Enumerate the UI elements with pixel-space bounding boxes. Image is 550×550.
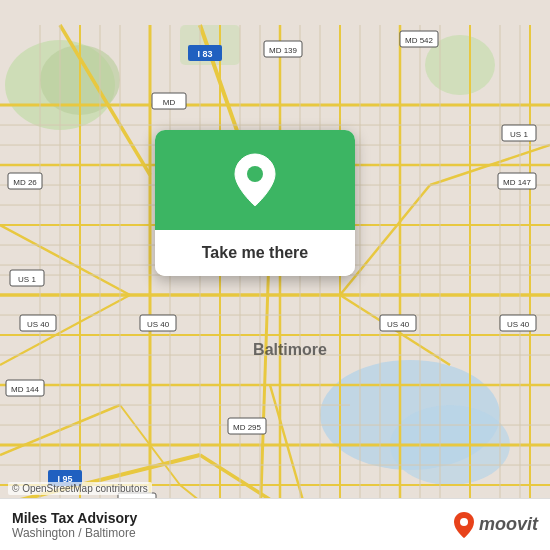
moovit-pin-icon: [453, 511, 475, 539]
svg-text:US 1: US 1: [18, 275, 36, 284]
svg-text:MD 147: MD 147: [503, 178, 532, 187]
svg-text:Baltimore: Baltimore: [253, 341, 327, 358]
svg-text:US 40: US 40: [387, 320, 410, 329]
bottom-bar: Miles Tax Advisory Washington / Baltimor…: [0, 498, 550, 550]
button-label: Take me there: [202, 244, 308, 261]
svg-text:MD 26: MD 26: [13, 178, 37, 187]
svg-text:I 83: I 83: [197, 49, 212, 59]
svg-text:US 40: US 40: [507, 320, 530, 329]
svg-text:MD 144: MD 144: [11, 385, 40, 394]
popup-card: Take me there: [155, 130, 355, 276]
location-info: Miles Tax Advisory Washington / Baltimor…: [12, 510, 453, 540]
svg-text:MD: MD: [163, 98, 176, 107]
map-container: I 83 MD 139 MD 542 MD 26 MD 147 US 1 US …: [0, 0, 550, 550]
credit-text: © OpenStreetMap contributors: [12, 483, 148, 494]
svg-text:MD 542: MD 542: [405, 36, 434, 45]
svg-text:MD 139: MD 139: [269, 46, 298, 55]
location-name: Miles Tax Advisory: [12, 510, 453, 526]
popup-header: [155, 130, 355, 230]
svg-point-101: [460, 518, 468, 526]
location-region: Washington / Baltimore: [12, 526, 453, 540]
svg-text:US 40: US 40: [147, 320, 170, 329]
svg-text:US 40: US 40: [27, 320, 50, 329]
moovit-logo: moovit: [453, 511, 538, 539]
svg-text:MD 295: MD 295: [233, 423, 262, 432]
take-me-there-button[interactable]: Take me there: [155, 230, 355, 276]
svg-point-100: [247, 166, 263, 182]
moovit-text: moovit: [479, 514, 538, 535]
location-pin-icon: [231, 152, 279, 208]
svg-text:US 1: US 1: [510, 130, 528, 139]
osm-credit: © OpenStreetMap contributors: [8, 482, 152, 495]
